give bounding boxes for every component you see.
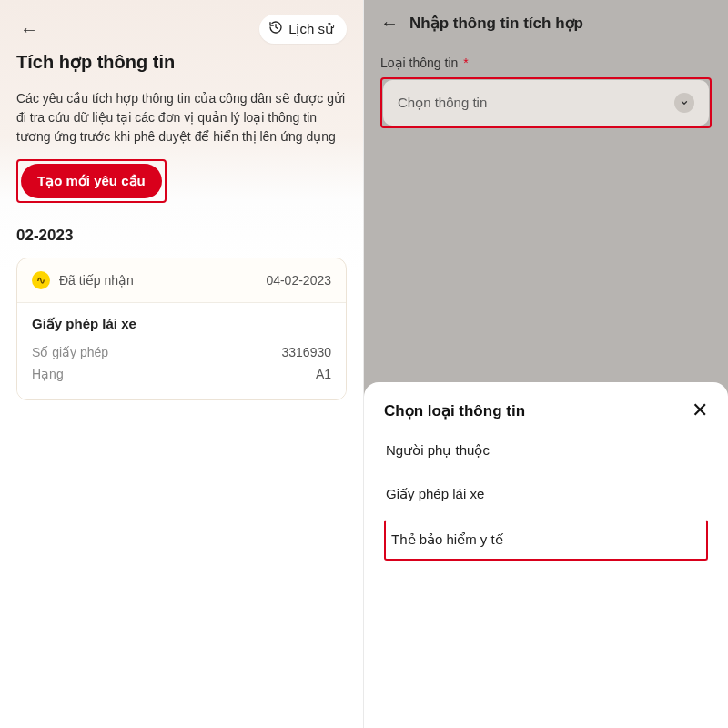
card-body: Giấy phép lái xe Số giấy phép 3316930 Hạ…: [17, 302, 346, 399]
cta-highlight: Tạo mới yêu cầu: [16, 159, 167, 203]
page-title: Tích hợp thông tin: [16, 51, 347, 73]
sheet-option-highlighted[interactable]: Thẻ bảo hiểm y tế: [384, 520, 708, 561]
table-row: Hạng A1: [32, 363, 331, 385]
right-top: ← Nhập thông tin tích hợp Loại thông tin…: [364, 0, 728, 128]
select-placeholder: Chọn thông tin: [398, 95, 487, 111]
bottom-sheet: Chọn loại thông tin ✕ Người phụ thuộc Gi…: [364, 382, 728, 728]
close-icon[interactable]: ✕: [692, 400, 708, 420]
field-label-text: Loại thông tin: [380, 56, 458, 70]
request-card[interactable]: ∿ Đã tiếp nhận 04-02-2023 Giấy phép lái …: [16, 258, 347, 400]
sheet-option[interactable]: Người phụ thuộc: [384, 430, 708, 472]
table-row: Số giấy phép 3316930: [32, 341, 331, 363]
history-icon: [268, 20, 283, 38]
document-title: Giấy phép lái xe: [32, 316, 331, 332]
info-type-select[interactable]: Chọn thông tin: [383, 80, 709, 126]
status-text: Đã tiếp nhận: [59, 273, 134, 288]
field-block: Loại thông tin * Chọn thông tin: [380, 56, 712, 128]
sheet-header: Chọn loại thông tin ✕: [384, 400, 708, 420]
right-title: Nhập thông tin tích hợp: [410, 14, 583, 33]
back-arrow-icon[interactable]: ←: [16, 18, 42, 40]
row-label: Hạng: [32, 367, 64, 381]
row-label: Số giấy phép: [32, 345, 108, 359]
history-button[interactable]: Lịch sử: [259, 15, 347, 44]
left-pane: ← Lịch sử Tích hợp thông tin Các yêu cầu…: [0, 0, 364, 728]
left-top-bar: ← Lịch sử: [16, 15, 347, 44]
sheet-option[interactable]: Giấy phép lái xe: [384, 472, 708, 516]
chevron-down-icon: [674, 93, 694, 113]
page-description: Các yêu cầu tích hợp thông tin của công …: [16, 89, 347, 147]
status-date: 04-02-2023: [266, 273, 331, 288]
history-label: Lịch sử: [288, 21, 334, 37]
right-header: ← Nhập thông tin tích hợp: [380, 13, 712, 34]
month-heading: 02-2023: [16, 227, 347, 245]
required-mark: *: [463, 56, 468, 70]
card-status-row: ∿ Đã tiếp nhận 04-02-2023: [17, 258, 346, 302]
row-value: A1: [316, 367, 331, 381]
select-highlight: Chọn thông tin: [380, 77, 712, 128]
sheet-title: Chọn loại thông tin: [384, 401, 525, 420]
status-icon: ∿: [32, 271, 50, 289]
back-arrow-icon[interactable]: ←: [380, 13, 399, 34]
create-request-button[interactable]: Tạo mới yêu cầu: [21, 164, 162, 198]
row-value: 3316930: [281, 345, 331, 359]
right-pane: ← Nhập thông tin tích hợp Loại thông tin…: [364, 0, 728, 728]
field-label: Loại thông tin *: [380, 56, 712, 70]
